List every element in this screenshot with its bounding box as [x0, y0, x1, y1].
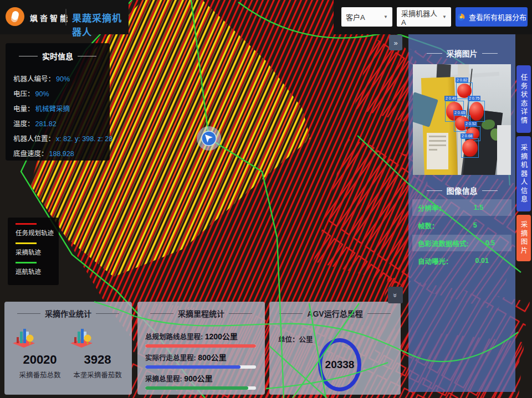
image-info-row-colorformat: 色彩流数据格式:0.5	[412, 235, 511, 251]
tab-task-status-details[interactable]: 任务状态详情	[516, 65, 531, 133]
agv-mileage-panel: AGV运行总里程 单位：公里 20338	[269, 302, 401, 395]
mileage-row-picking: 采摘总里程: 900公里	[145, 373, 256, 390]
progress-bar-fill	[145, 344, 256, 348]
tomato	[469, 102, 484, 121]
collapse-bottom-button[interactable]: »	[388, 287, 403, 303]
progress-bar-track	[145, 386, 256, 390]
agv-unit-label: 单位：公里	[278, 334, 313, 344]
realtime-row-voltage: 电压：90%	[13, 87, 106, 102]
detection-label: 2 0.68	[461, 133, 473, 138]
customer-dropdown[interactable]: 客户A ▼	[341, 7, 392, 27]
distribution-globe-icon	[457, 13, 466, 22]
progress-bar-fill	[145, 386, 248, 390]
cruise-line-swatch	[16, 262, 37, 263]
detection-box: 2 0.75	[468, 101, 485, 122]
chevron-double-right-icon: »	[393, 39, 397, 47]
picking-image-panel: 采摘图片 2 0.82 2 0.49 2 0.75	[408, 34, 515, 392]
realtime-row-speed: 底盘速度：188.928	[13, 147, 106, 162]
robot-dropdown-value: 采摘机器人A	[401, 8, 439, 27]
realtime-row-temperature: 温度：281.82	[13, 117, 106, 132]
picking-camera-photo: 2 0.82 2 0.49 2 0.75 2 0.65 2 0.52 2 0.6…	[413, 64, 511, 175]
agv-mileage-title: AGV运行总里程	[269, 308, 401, 319]
legend-item-planned: 任务规划轨迹	[16, 223, 59, 237]
picking-image-title: 采摘图片	[408, 48, 515, 59]
robot-dropdown[interactable]: 采摘机器人A ▼	[397, 7, 451, 27]
tab-robot-info[interactable]: 采摘机器人信息	[516, 136, 531, 211]
mileage-row-travelled: 实际行走总里程: 800公里	[145, 352, 256, 369]
tomato	[462, 139, 478, 157]
mileage-stats-title: 采摘里程统计	[137, 308, 265, 319]
stat-label: 采摘番茄总数	[11, 369, 69, 380]
image-info-row-frames: 帧数：5	[412, 217, 511, 234]
header-brand-bar: 飒沓智能 果蔬采摘机器人	[0, 0, 129, 34]
progress-bar-track	[145, 344, 256, 348]
stat-row-tomatoes: 3928 本垄采摘番茄数	[69, 327, 126, 380]
image-info-title: 图像信息	[408, 185, 515, 196]
mileage-stats-panel: 采摘里程统计 总规划路线总里程: 1200公里 实际行走总里程: 800公里 采…	[137, 302, 265, 395]
detection-label: 2 0.52	[464, 121, 477, 126]
chevron-down-icon: ▼	[383, 14, 388, 19]
image-info-row-exposure: 自动曝光：0.01	[412, 252, 511, 269]
realtime-info-title: 实时信息	[6, 50, 110, 61]
picking-stats-title: 采摘作业统计	[4, 308, 132, 319]
stat-total-tomatoes: 20020 采摘番茄总数	[11, 327, 69, 380]
app-title: 果蔬采摘机器人	[72, 11, 129, 38]
view-all-robots-button[interactable]: 查看所有机器分布	[456, 7, 528, 27]
photo-box-label	[427, 133, 448, 169]
planned-line-swatch	[16, 223, 37, 225]
stat-label: 本垄采摘番茄数	[69, 369, 126, 380]
stat-value: 3928	[69, 353, 126, 367]
robot-marker[interactable]	[197, 126, 221, 151]
mileage-row-planned: 总规划路线总里程: 1200公里	[145, 330, 256, 348]
expand-right-panel-button[interactable]: »	[389, 35, 402, 50]
header-divider	[65, 9, 66, 25]
photo-shelf	[497, 125, 511, 175]
image-info-row-resolution: 分辨率：1.5	[412, 199, 511, 216]
statistics-icon	[11, 327, 37, 349]
picking-stats-panel: 采摘作业统计 20020 采摘番茄总数	[4, 302, 132, 395]
statistics-icon	[69, 327, 94, 349]
legend-item-cruise: 巡航轨迹	[16, 262, 59, 276]
detection-label: 2 0.75	[468, 96, 480, 101]
picking-line-swatch	[16, 242, 37, 244]
agv-mileage-ring: 20338	[318, 338, 361, 391]
dashboard: 飒沓智能 果蔬采摘机器人 客户A ▼ 采摘机器人A ▼ 查看所有机器分布 实时信…	[0, 0, 532, 398]
detection-box: 2 0.68	[461, 138, 479, 158]
view-all-robots-label: 查看所有机器分布	[469, 12, 526, 22]
brand-name: 飒沓智能	[30, 12, 70, 23]
chevron-double-down-icon: »	[391, 293, 400, 297]
agv-mileage-value: 20338	[325, 359, 355, 371]
detection-label: 2 0.49	[444, 96, 457, 101]
realtime-row-robot-id: 机器人编号：90%	[13, 72, 106, 87]
progress-bar-track	[145, 365, 256, 369]
trajectory-legend: 任务规划轨迹 采摘轨迹 巡航轨迹	[8, 218, 59, 285]
realtime-row-position: 机器人位置：x: 82. y: 398. z: 28	[13, 132, 106, 147]
customer-dropdown-value: 客户A	[346, 12, 365, 22]
progress-bar-fill	[145, 365, 241, 369]
chevron-down-icon: ▼	[442, 14, 447, 19]
legend-item-picking: 采摘轨迹	[16, 242, 59, 257]
realtime-info-panel: 实时信息 机器人编号：90% 电压：90% 电量：机械臂采摘 温度：281.82…	[6, 43, 110, 161]
realtime-row-battery: 电量：机械臂采摘	[13, 102, 106, 117]
detection-label: 2 0.65	[453, 110, 466, 115]
detection-label: 2 0.82	[456, 77, 468, 82]
stat-value: 20020	[11, 353, 69, 367]
tab-picking-image[interactable]: 采摘图片	[516, 215, 531, 261]
company-logo-icon	[6, 7, 24, 26]
